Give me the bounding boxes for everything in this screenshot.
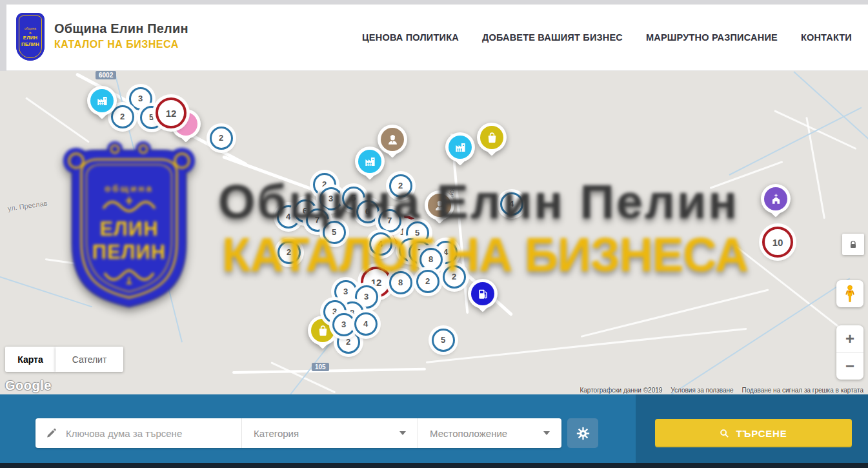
map-cluster[interactable]: 3 [334,280,358,303]
search-band: Категория Местоположение [0,394,868,463]
road-number-label: 6002 [96,71,116,79]
fuel-pin[interactable] [468,279,498,309]
map-attribution: Картографски данни ©2019 Условия за полз… [580,387,863,394]
factory-pin[interactable] [355,147,385,176]
zoom-control: + − [836,325,863,380]
map-type-satellite-button[interactable]: Сателит [56,347,123,372]
site-title: Община Елин Пелин [54,21,188,36]
nav-link-add-business[interactable]: ДОБАВЕТЕ ВАШИЯТ БИЗНЕС [482,32,623,43]
map-cluster[interactable]: 4 [354,312,378,336]
map-road [25,97,90,143]
svg-text:община: община [105,183,154,194]
factory-pin[interactable] [445,132,475,162]
attribution-terms-link[interactable]: Условия за ползване [671,387,733,394]
cluster-count: 2 [346,337,350,347]
map-cluster[interactable]: 5 [432,329,455,352]
search-bar: Категория Местоположение [35,418,561,448]
padlock-icon [849,240,858,249]
map-road [232,368,426,374]
zoom-out-button[interactable]: − [836,353,863,380]
map-cluster[interactable]: 3 [332,313,356,336]
location-dropdown[interactable]: Местоположение [418,418,561,448]
lock-control-button[interactable] [842,234,864,255]
factory-icon [90,89,114,112]
factory-icon [449,136,472,159]
google-map[interactable]: 6002105ул. Преславбул. „Новоселция 32512… [0,71,868,394]
gear-icon [576,427,590,440]
cluster-count: 10 [772,237,783,248]
search-submit-button[interactable]: ТЪРСЕНЕ [655,419,852,447]
cluster-count: 2 [120,112,125,121]
google-logo[interactable]: Google [5,378,52,393]
map-type-map-button[interactable]: Карта [5,347,56,372]
zoom-in-button[interactable]: + [836,325,863,353]
map-road [426,328,747,363]
emblem-name-line1: ЕЛИН [23,36,37,41]
cluster-count: 5 [441,335,445,345]
worker-icon [381,128,404,151]
road-number-label: 105 [312,363,329,371]
svg-text:ПЕЛИН: ПЕЛИН [92,241,166,263]
search-submit-label: ТЪРСЕНЕ [736,428,787,439]
cluster-count: 3 [343,287,348,296]
attribution-data: Картографски данни ©2019 [580,387,662,394]
fuel-icon [471,282,494,305]
pencil-icon [46,428,57,439]
site-subtitle: КАТАЛОГ НА БИЗНЕСА [54,39,188,50]
cluster-count: 4 [363,319,368,329]
street-name-label: ул. Преслав [7,199,48,212]
map-cluster[interactable]: 10 [762,227,793,258]
cluster-count: 3 [341,320,346,329]
chevron-down-icon [543,431,550,435]
factory-icon [358,150,381,173]
watermark-title: Община Елин Пелин [218,174,739,229]
keyword-search-input[interactable] [65,427,241,440]
attribution-report-link[interactable]: Подаване на сигнал за грешка в картата [742,387,863,394]
cluster-count: 5 [149,112,154,122]
cluster-count: 12 [166,108,177,119]
map-type-control: Карта Сателит [5,347,123,372]
street-view-pegman[interactable] [836,280,863,307]
watermark-emblem: община ЕЛИН ПЕЛИН [53,139,205,314]
nav-link-schedule[interactable]: МАРШРУТНО РАЗПИСАНИЕ [646,32,778,43]
church-pin[interactable] [761,184,791,214]
page: община ❧ ЕЛИН ПЕЛИН Община Елин Пелин КА… [0,0,868,468]
shopping-pin[interactable] [477,123,507,152]
cluster-count: 3 [138,94,143,103]
location-dropdown-label: Местоположение [430,428,507,439]
municipality-emblem-logo: община ❧ ЕЛИН ПЕЛИН [16,13,45,61]
emblem-top-text: община [25,26,36,30]
emblem-name-line2: ПЕЛИН [21,42,39,47]
category-dropdown[interactable]: Категория [241,418,418,448]
keyword-field[interactable] [35,418,241,448]
map-cluster[interactable]: 2 [210,127,233,150]
watermark-subtitle: КАТАЛОГ НА БИЗНЕСА [222,227,748,282]
brand: Община Елин Пелин КАТАЛОГ НА БИЗНЕСА [54,21,188,50]
nav-link-contacts[interactable]: КОНТАКТИ [801,32,852,43]
chevron-down-icon [399,431,406,435]
category-dropdown-label: Категория [254,428,299,439]
church-icon [764,187,787,210]
map-boundary-line [671,278,850,394]
main-nav: ЦЕНОВА ПОЛИТИКА ДОБАВЕТЕ ВАШИЯТ БИЗНЕС М… [362,5,852,70]
bag-icon [480,126,503,149]
svg-text:ЕЛИН: ЕЛИН [99,218,158,240]
header: община ❧ ЕЛИН ПЕЛИН Община Елин Пелин КА… [6,5,868,71]
nav-link-pricing[interactable]: ЦЕНОВА ПОЛИТИКА [362,32,459,43]
search-icon [720,429,729,438]
worker-pin[interactable] [378,125,407,154]
advanced-search-button[interactable] [567,418,598,448]
footer-strip [0,463,868,468]
map-cluster[interactable]: 12 [156,97,187,128]
cluster-count: 3 [364,292,368,301]
cluster-count: 2 [219,133,223,143]
factory-pin[interactable] [87,86,117,116]
pegman-icon [843,285,856,303]
